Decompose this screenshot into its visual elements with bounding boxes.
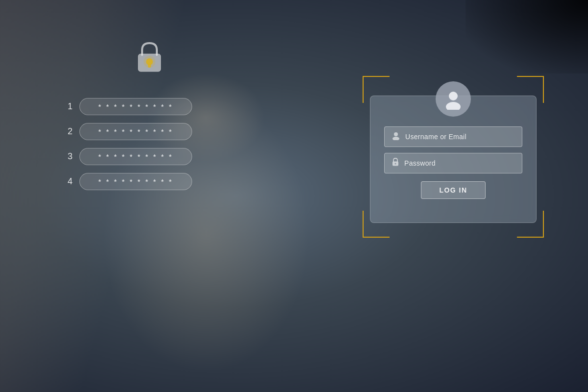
password-input-row[interactable]: Password	[384, 153, 522, 173]
password-row-2: 2 * * * * * * * * * *	[64, 123, 192, 140]
avatar	[436, 81, 471, 117]
password-row-4: 4 * * * * * * * * * *	[64, 173, 192, 190]
svg-point-7	[392, 137, 399, 140]
login-card: Username or Email Password LOG IN	[370, 96, 537, 223]
password-field-1: * * * * * * * * * *	[79, 98, 192, 115]
row-number-4: 4	[64, 176, 73, 187]
password-panel: 1 * * * * * * * * * * 2 * * * * * * * * …	[64, 98, 192, 190]
username-input-row[interactable]: Username or Email	[384, 126, 522, 147]
svg-point-5	[446, 102, 461, 110]
lock-input-icon	[392, 158, 399, 169]
svg-point-6	[394, 132, 398, 136]
password-field-2: * * * * * * * * * *	[79, 123, 192, 140]
lock-icon	[132, 39, 167, 80]
password-row-3: 3 * * * * * * * * * *	[64, 148, 192, 165]
login-panel: Username or Email Password LOG IN	[363, 76, 544, 238]
svg-point-3	[144, 56, 155, 68]
password-row-1: 1 * * * * * * * * * *	[64, 98, 192, 115]
svg-point-4	[449, 92, 458, 100]
login-button[interactable]: LOG IN	[421, 181, 485, 199]
password-field-4: * * * * * * * * * *	[79, 173, 192, 190]
row-number-2: 2	[64, 126, 73, 137]
password-placeholder: Password	[404, 159, 436, 167]
row-number-3: 3	[64, 151, 73, 162]
dark-corner	[466, 0, 588, 74]
user-icon	[392, 131, 400, 142]
svg-point-9	[395, 163, 396, 165]
row-number-1: 1	[64, 101, 73, 112]
username-placeholder: Username or Email	[405, 133, 466, 141]
password-field-3: * * * * * * * * * *	[79, 148, 192, 165]
